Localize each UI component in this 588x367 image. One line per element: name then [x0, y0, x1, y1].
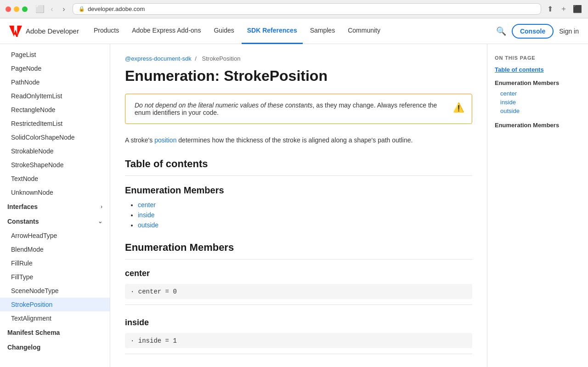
warning-box: Do not depend on the literal numeric val…: [125, 94, 472, 124]
breadcrumb-current: StrokePosition: [202, 55, 241, 62]
right-toc-link-center[interactable]: center: [495, 89, 581, 98]
sidebar-item-rectanglenode[interactable]: RectangleNode: [0, 103, 110, 117]
sidebar-item-solidcolorshapenode[interactable]: SolidColorShapeNode: [0, 130, 110, 144]
toc-item-inside: inside: [138, 211, 472, 219]
changelog-label: Changelog: [7, 344, 40, 351]
url-text: developer.adobe.com: [88, 6, 145, 12]
nav-sdk-references[interactable]: SDK References: [242, 18, 303, 44]
sidebar-item-readonlyitemlist[interactable]: ReadOnlyItemList: [0, 89, 110, 103]
right-toc-link-outside[interactable]: outside: [495, 107, 581, 115]
breadcrumb-link[interactable]: @express-document-sdk: [125, 55, 192, 62]
warning-italic: Do not depend on the literal numeric val…: [135, 102, 313, 109]
sidebar-item-unknownnode[interactable]: UnknownNode: [0, 186, 110, 199]
member-inside-code: · inside = 1: [130, 337, 177, 344]
member-center: center · center = 0: [125, 269, 472, 305]
sidebar-item-strokeshapenode[interactable]: StrokeShapeNode: [0, 158, 110, 172]
sidebar-item-restricteditemlist[interactable]: RestrictedItemList: [0, 117, 110, 130]
manifest-schema-label: Manifest Schema: [7, 329, 60, 336]
console-button[interactable]: Console: [512, 24, 554, 39]
browser-actions: ⬆ ＋ ⬛: [545, 4, 582, 14]
sidebar-section-changelog[interactable]: Changelog: [0, 340, 110, 355]
right-toc-group3: Enumeration Members: [495, 122, 581, 129]
add-tab-icon[interactable]: ＋: [559, 4, 569, 14]
nav-community[interactable]: Community: [342, 18, 386, 44]
close-button[interactable]: [6, 6, 11, 12]
sidebar-item-textnode[interactable]: TextNode: [0, 172, 110, 186]
minimize-button[interactable]: [14, 6, 19, 12]
description: A stroke's position determines how the t…: [125, 135, 472, 145]
adobe-logo[interactable]: Adobe Developer: [9, 25, 79, 38]
nav-products[interactable]: Products: [88, 18, 124, 44]
adobe-developer-label: Adobe Developer: [26, 27, 79, 35]
member-inside: inside · inside = 1: [125, 318, 472, 354]
toc-link-inside[interactable]: inside: [138, 211, 155, 219]
right-toc-top-link[interactable]: Table of contents: [495, 66, 581, 73]
search-icon[interactable]: 🔍: [496, 26, 506, 36]
share-icon[interactable]: ⬆: [545, 4, 555, 14]
sidebar-item-scenenodetype[interactable]: SceneNodeType: [0, 284, 110, 298]
right-toc-title: ON THIS PAGE: [495, 55, 581, 61]
interfaces-label: Interfaces: [7, 203, 38, 210]
breadcrumb: @express-document-sdk / StrokePosition: [125, 55, 472, 62]
address-bar[interactable]: 🔒 developer.adobe.com: [73, 3, 541, 15]
breadcrumb-separator: /: [195, 55, 197, 62]
nav-samples[interactable]: Samples: [305, 18, 340, 44]
right-toc-link-inside[interactable]: inside: [495, 98, 581, 107]
toc-item-outside: outside: [138, 221, 472, 229]
sidebar-item-pagenode[interactable]: PageNode: [0, 62, 110, 75]
sidebar-item-pathnode[interactable]: PathNode: [0, 75, 110, 89]
tabs-icon[interactable]: ⬛: [572, 4, 582, 14]
sidebar-section-interfaces[interactable]: Interfaces ›: [0, 199, 110, 214]
sidebar-section-constants[interactable]: Constants ⌄: [0, 214, 110, 229]
sidebar-item-filltype[interactable]: FillType: [0, 270, 110, 284]
member-inside-name: inside: [125, 318, 472, 327]
right-toc-group2: Enumeration Members center inside outsid…: [495, 79, 581, 115]
browser-nav-icons: ⬜ ‹ ›: [35, 4, 69, 14]
description-link[interactable]: position: [154, 136, 176, 144]
sidebar-item-strokablenode[interactable]: StrokableNode: [0, 144, 110, 158]
description-after: determines how the thickness of the stro…: [176, 136, 413, 144]
signin-link[interactable]: Sign in: [559, 28, 579, 35]
navbar: Adobe Developer Products Adobe Express A…: [0, 18, 588, 44]
sidebar-item-fillrule[interactable]: FillRule: [0, 256, 110, 270]
sidebar-item-blendmode[interactable]: BlendMode: [0, 243, 110, 256]
toc-divider: [125, 175, 472, 176]
toc-section-title: Table of contents: [125, 158, 472, 170]
right-toc-group1: Table of contents: [495, 66, 581, 73]
toc-enum-members-title: Enumeration Members: [125, 185, 472, 196]
nav-express-addons[interactable]: Adobe Express Add-ons: [126, 18, 206, 44]
member-center-name: center: [125, 269, 472, 278]
right-toc: ON THIS PAGE Table of contents Enumerati…: [487, 44, 588, 367]
chevron-down-icon: ⌄: [98, 218, 102, 225]
nav-links: Products Adobe Express Add-ons Guides SD…: [88, 18, 496, 44]
right-toc-section2: Enumeration Members: [495, 122, 581, 129]
tab-icon[interactable]: ⬜: [35, 4, 45, 14]
toc-link-center[interactable]: center: [138, 201, 156, 209]
constants-label: Constants: [7, 218, 39, 225]
traffic-lights: [6, 6, 28, 12]
sidebar-section-manifest[interactable]: Manifest Schema: [0, 325, 110, 340]
toc-list: center inside outside: [125, 201, 472, 229]
toc-item-center: center: [138, 201, 472, 209]
nav-right: 🔍 Console Sign in: [496, 24, 579, 39]
warning-icon: ⚠️: [453, 102, 464, 113]
enum-members-section-title: Enumeration Members: [125, 242, 472, 254]
description-before: A stroke's: [125, 136, 154, 144]
browser-chrome: ⬜ ‹ › 🔒 developer.adobe.com ⬆ ＋ ⬛: [0, 0, 588, 18]
page-title: Enumeration: StrokePosition: [125, 68, 472, 85]
member-inside-divider: [125, 354, 472, 354]
toc-link-outside[interactable]: outside: [138, 221, 158, 229]
member-center-value: · center = 0: [125, 284, 472, 299]
sidebar-item-pagelist[interactable]: PageList: [0, 48, 110, 62]
sidebar-item-strokeposition[interactable]: StrokePosition: [0, 298, 110, 311]
maximize-button[interactable]: [22, 6, 28, 12]
nav-guides[interactable]: Guides: [208, 18, 239, 44]
sidebar-item-arrowheadtype[interactable]: ArrowHeadType: [0, 229, 110, 243]
content-area: @express-document-sdk / StrokePosition E…: [110, 44, 588, 367]
sidebar-item-textalignment[interactable]: TextAlignment: [0, 311, 110, 325]
forward-icon[interactable]: ›: [59, 4, 69, 14]
warning-text: Do not depend on the literal numeric val…: [135, 102, 447, 116]
back-icon[interactable]: ‹: [47, 4, 57, 14]
sidebar: PageList PageNode PathNode ReadOnlyItemL…: [0, 44, 110, 367]
main-content: @express-document-sdk / StrokePosition E…: [110, 44, 487, 367]
